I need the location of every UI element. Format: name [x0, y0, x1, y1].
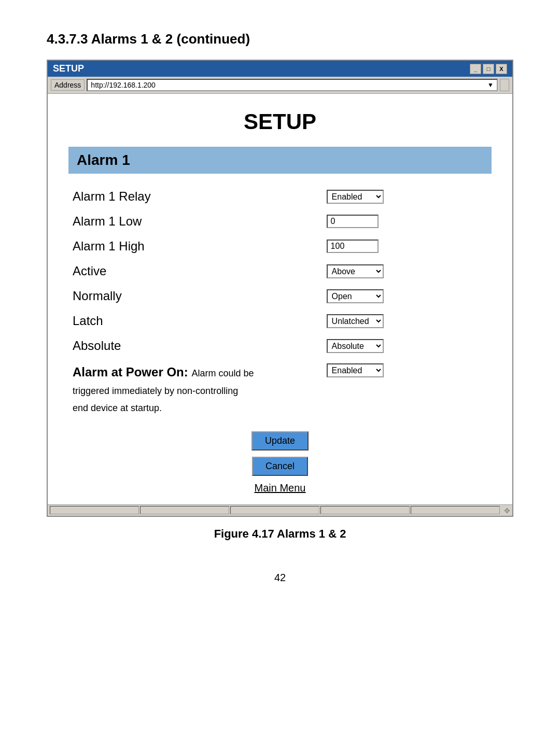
- field-control: Unlatched Latched: [323, 308, 492, 333]
- table-row: Alarm 1 Low: [68, 209, 492, 234]
- status-segment-3: [230, 506, 319, 514]
- cancel-button[interactable]: Cancel: [252, 457, 308, 476]
- form-table: Alarm 1 Relay Enabled Disabled Alarm 1 L…: [68, 184, 492, 421]
- page-title: SETUP: [68, 109, 492, 134]
- browser-titlebar: SETUP _ □ X: [48, 61, 512, 77]
- active-select[interactable]: Above Below: [327, 264, 384, 278]
- field-label: Active: [68, 259, 323, 284]
- page-number: 42: [47, 572, 513, 584]
- address-label: Address: [51, 79, 85, 91]
- toolbar-scrollbar: [500, 79, 509, 91]
- status-segment-1: [50, 506, 139, 514]
- field-control: Above Below: [323, 259, 492, 284]
- field-control: Enabled Disabled: [323, 184, 492, 209]
- field-label: Normally: [68, 284, 323, 308]
- buttons-row: Update Cancel Main Menu: [68, 431, 492, 494]
- browser-toolbar: Address http://192.168.1.200 ▼: [48, 77, 512, 94]
- table-row: Alarm at Power On: Alarm could betrigger…: [68, 358, 492, 421]
- field-control: Open Closed: [323, 284, 492, 308]
- alarm-power-on-control: Enabled Disabled: [323, 358, 492, 421]
- maximize-button[interactable]: □: [483, 64, 494, 74]
- alarm-power-on-label: Alarm at Power On: Alarm could betrigger…: [68, 358, 323, 421]
- alarm1-low-input[interactable]: [327, 215, 379, 228]
- page-container: 4.3.7.3 Alarms 1 & 2 (continued) SETUP _…: [47, 31, 513, 584]
- field-control: [323, 234, 492, 259]
- alarm1-high-input[interactable]: [327, 240, 379, 253]
- table-row: Normally Open Closed: [68, 284, 492, 308]
- close-button[interactable]: X: [496, 64, 507, 74]
- browser-statusbar: ✥: [48, 504, 512, 516]
- address-dropdown-icon[interactable]: ▼: [487, 81, 494, 89]
- resize-handle: ✥: [501, 505, 510, 515]
- titlebar-controls: _ □ X: [470, 64, 507, 74]
- table-row: Alarm 1 High: [68, 234, 492, 259]
- normally-select[interactable]: Open Closed: [327, 289, 384, 303]
- status-segment-4: [320, 506, 410, 514]
- browser-content: SETUP Alarm 1 Alarm 1 Relay Enabled Disa…: [48, 94, 512, 504]
- browser-window: SETUP _ □ X Address http://192.168.1.200…: [47, 60, 513, 517]
- address-bar[interactable]: http://192.168.1.200 ▼: [87, 79, 498, 91]
- field-label: Alarm 1 Low: [68, 209, 323, 234]
- alarm1-relay-select[interactable]: Enabled Disabled: [327, 190, 384, 204]
- update-button[interactable]: Update: [251, 431, 309, 451]
- section-heading: 4.3.7.3 Alarms 1 & 2 (continued): [47, 31, 513, 47]
- field-control: [323, 209, 492, 234]
- table-row: Alarm 1 Relay Enabled Disabled: [68, 184, 492, 209]
- field-label: Absolute: [68, 333, 323, 358]
- minimize-button[interactable]: _: [470, 64, 481, 74]
- address-value: http://192.168.1.200: [91, 81, 156, 89]
- latch-select[interactable]: Unlatched Latched: [327, 314, 384, 328]
- field-control: Absolute Relative: [323, 333, 492, 358]
- alarm-power-on-bold: Alarm at Power On:: [73, 365, 188, 379]
- main-menu-link[interactable]: Main Menu: [255, 482, 306, 494]
- alarm-header: Alarm 1: [68, 147, 492, 174]
- table-row: Active Above Below: [68, 259, 492, 284]
- status-segment-2: [140, 506, 229, 514]
- figure-caption: Figure 4.17 Alarms 1 & 2: [47, 527, 513, 541]
- table-row: Latch Unlatched Latched: [68, 308, 492, 333]
- absolute-select[interactable]: Absolute Relative: [327, 339, 384, 353]
- field-label: Alarm 1 High: [68, 234, 323, 259]
- browser-title: SETUP: [53, 63, 84, 74]
- alarm-power-on-select[interactable]: Enabled Disabled: [327, 363, 384, 377]
- field-label: Latch: [68, 308, 323, 333]
- status-segment-5: [411, 506, 500, 514]
- field-label: Alarm 1 Relay: [68, 184, 323, 209]
- table-row: Absolute Absolute Relative: [68, 333, 492, 358]
